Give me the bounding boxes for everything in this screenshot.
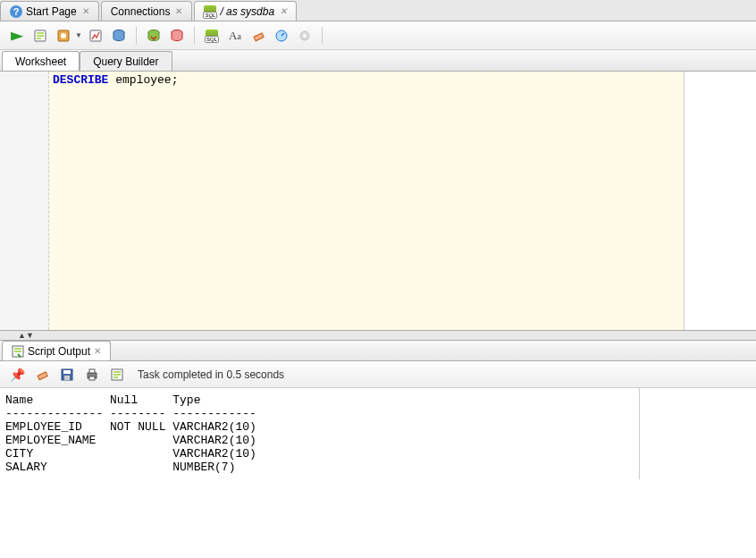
close-icon[interactable]: ✕ [94,346,101,356]
help-icon: ? [10,5,22,18]
tab-query-builder[interactable]: Query Builder [80,51,172,71]
clear-button[interactable] [248,26,268,46]
run-button[interactable]: ▶ [7,26,27,46]
main-tab-bar: ? Start Page ✕ Connections ✕ / as sysdba… [0,0,756,21]
collapse-up-icon: ▲ [18,331,26,340]
sql-tuning-button[interactable] [272,26,291,46]
output-sql-button[interactable] [107,365,127,385]
close-icon[interactable]: ✕ [280,6,287,16]
editor-content[interactable]: DESCRIBE employee; [49,72,685,330]
tab-label: Start Page [26,5,77,18]
svg-rect-12 [38,371,47,379]
save-output-button[interactable] [57,365,77,385]
print-button[interactable] [82,365,102,385]
worksheet-toolbar: ▶ ▼ Aa [0,21,756,50]
autotrace-button[interactable] [86,26,105,46]
output-toolbar: 📌 Task completed in 0.5 seconds [0,361,756,388]
commit-button[interactable] [109,26,129,46]
tab-sysdba[interactable]: / as sysdba ✕ [194,1,297,21]
sql-icon [206,30,218,42]
unshared-worksheet-button[interactable] [167,26,187,46]
svg-rect-18 [89,376,95,380]
collapse-down-icon: ▼ [26,331,34,340]
sql-editor[interactable]: DESCRIBE employee; [0,72,756,331]
tab-label: Script Output [28,345,90,358]
svg-point-2 [61,33,66,38]
sql-history-button[interactable] [202,26,222,46]
tab-script-output[interactable]: Script Output ✕ [2,341,111,360]
script-output-icon [12,345,24,358]
sql-keyword: DESCRIBE [53,73,108,87]
editor-gutter [0,72,49,330]
editor-tab-bar: Worksheet Query Builder [0,50,756,72]
tab-label: Query Builder [93,55,158,68]
tab-connections[interactable]: Connections ✕ [101,1,193,21]
tab-label: / as sysdba [220,5,274,18]
splitter-handle[interactable]: ▲ ▼ [0,331,756,340]
sql-worksheet-icon [204,5,216,18]
output-tab-bar: Script Output ✕ [0,340,756,361]
tab-label: Connections [111,5,171,18]
svg-rect-7 [254,32,264,40]
close-icon[interactable]: ✕ [82,6,89,16]
rollback-button[interactable] [144,26,164,46]
svg-rect-15 [64,376,70,380]
tab-worksheet[interactable]: Worksheet [2,51,80,71]
to-upper-button[interactable]: Aa [225,26,245,46]
svg-rect-17 [89,369,95,373]
close-icon[interactable]: ✕ [175,6,182,16]
explain-plan-button[interactable] [54,26,73,46]
svg-rect-14 [63,370,71,374]
clear-output-button[interactable] [32,365,52,385]
tab-start-page[interactable]: ? Start Page ✕ [0,1,99,21]
pin-button[interactable]: 📌 [7,365,27,385]
settings-button[interactable] [295,26,315,46]
svg-point-10 [303,34,307,38]
dropdown-icon[interactable]: ▼ [75,31,82,39]
status-text: Task completed in 0.5 seconds [138,368,284,381]
script-output-text[interactable]: Name Null Type -------------- -------- -… [0,388,640,479]
tab-label: Worksheet [15,55,66,68]
sql-text: employee; [108,73,178,87]
run-script-button[interactable] [30,26,50,46]
